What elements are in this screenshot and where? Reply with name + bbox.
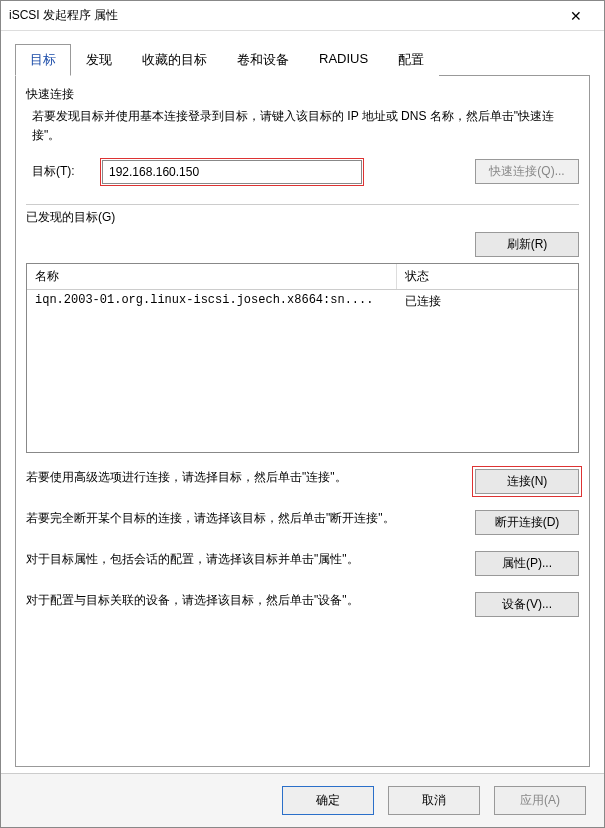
close-icon[interactable]: ✕ (556, 2, 596, 30)
target-row: 目标(T): 快速连接(Q)... (32, 159, 579, 184)
devices-button[interactable]: 设备(V)... (475, 592, 579, 617)
connect-button[interactable]: 连接(N) (475, 469, 579, 494)
column-header-name[interactable]: 名称 (27, 264, 397, 289)
tab-configuration[interactable]: 配置 (383, 44, 439, 76)
target-name-cell: iqn.2003-01.org.linux-iscsi.josech.x8664… (27, 290, 397, 313)
dialog-window: iSCSI 发起程序 属性 ✕ 目标 发现 收藏的目标 卷和设备 RADIUS … (0, 0, 605, 828)
tab-targets[interactable]: 目标 (15, 44, 71, 76)
list-header: 名称 状态 (27, 264, 578, 290)
apply-button[interactable]: 应用(A) (494, 786, 586, 815)
connect-help-text: 若要使用高级选项进行连接，请选择目标，然后单击"连接"。 (26, 467, 463, 487)
devices-help-row: 对于配置与目标关联的设备，请选择该目标，然后单击"设备"。 设备(V)... (26, 590, 579, 617)
refresh-button[interactable]: 刷新(R) (475, 232, 579, 257)
quick-connect-description: 若要发现目标并使用基本连接登录到目标，请键入该目标的 IP 地址或 DNS 名称… (32, 107, 579, 145)
quick-connect-label: 快速连接 (26, 86, 579, 103)
tab-discovery[interactable]: 发现 (71, 44, 127, 76)
tab-volumes-devices[interactable]: 卷和设备 (222, 44, 304, 76)
titlebar: iSCSI 发起程序 属性 ✕ (1, 1, 604, 31)
dialog-footer: 确定 取消 应用(A) (1, 773, 604, 827)
discovered-targets-label: 已发现的目标(G) (26, 209, 579, 226)
separator (26, 204, 579, 205)
quick-connect-button[interactable]: 快速连接(Q)... (475, 159, 579, 184)
target-input[interactable] (102, 160, 362, 184)
connect-help-row: 若要使用高级选项进行连接，请选择目标，然后单击"连接"。 连接(N) (26, 467, 579, 494)
target-input-label: 目标(T): (32, 163, 92, 180)
column-header-status[interactable]: 状态 (397, 264, 578, 289)
list-item[interactable]: iqn.2003-01.org.linux-iscsi.josech.x8664… (27, 290, 578, 313)
properties-button[interactable]: 属性(P)... (475, 551, 579, 576)
disconnect-help-row: 若要完全断开某个目标的连接，请选择该目标，然后单击"断开连接"。 断开连接(D) (26, 508, 579, 535)
devices-help-text: 对于配置与目标关联的设备，请选择该目标，然后单击"设备"。 (26, 590, 463, 610)
properties-help-row: 对于目标属性，包括会话的配置，请选择该目标并单击"属性"。 属性(P)... (26, 549, 579, 576)
properties-help-text: 对于目标属性，包括会话的配置，请选择该目标并单击"属性"。 (26, 549, 463, 569)
tab-favorite-targets[interactable]: 收藏的目标 (127, 44, 222, 76)
cancel-button[interactable]: 取消 (388, 786, 480, 815)
discovered-targets-list[interactable]: 名称 状态 iqn.2003-01.org.linux-iscsi.josech… (26, 263, 579, 453)
disconnect-help-text: 若要完全断开某个目标的连接，请选择该目标，然后单击"断开连接"。 (26, 508, 463, 528)
tab-strip: 目标 发现 收藏的目标 卷和设备 RADIUS 配置 (15, 43, 590, 76)
tab-radius[interactable]: RADIUS (304, 44, 383, 76)
window-title: iSCSI 发起程序 属性 (9, 7, 556, 24)
disconnect-button[interactable]: 断开连接(D) (475, 510, 579, 535)
tab-body: 快速连接 若要发现目标并使用基本连接登录到目标，请键入该目标的 IP 地址或 D… (15, 76, 590, 767)
target-status-cell: 已连接 (397, 290, 578, 313)
content-area: 目标 发现 收藏的目标 卷和设备 RADIUS 配置 快速连接 若要发现目标并使… (1, 31, 604, 773)
refresh-row: 刷新(R) (26, 232, 579, 257)
ok-button[interactable]: 确定 (282, 786, 374, 815)
